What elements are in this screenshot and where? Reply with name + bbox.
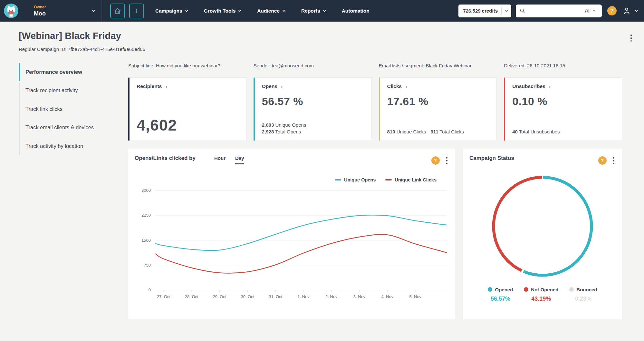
- credits-dropdown[interactable]: 726,529 credits: [458, 5, 511, 17]
- legend-dot: [488, 287, 492, 292]
- cow-nostril: [12, 13, 13, 13]
- help-button[interactable]: ?: [598, 156, 607, 165]
- menu-item-campaigns[interactable]: Campaigns: [155, 8, 187, 14]
- legend-dash: [335, 179, 341, 180]
- top-navbar: Owner Moo + Campaigns Growth Tools Audie…: [0, 0, 644, 22]
- subject-line: Subject line: How did you like our webin…: [128, 63, 246, 68]
- search-input[interactable]: [528, 8, 585, 14]
- svg-text:3. Nov: 3. Nov: [353, 294, 366, 299]
- menu-item-audience[interactable]: Audience: [257, 8, 284, 14]
- tab-day[interactable]: Day: [235, 155, 244, 164]
- svg-text:3000: 3000: [141, 188, 151, 193]
- page-title: [Webinar] Black Friday: [19, 31, 625, 41]
- opens-card-link[interactable]: Opens ›: [262, 83, 364, 89]
- opens-stats: 2,603 Unique Opens 2,928 Total Opens: [262, 122, 364, 136]
- svg-text:4. Nov: 4. Nov: [381, 294, 394, 299]
- legend-dot: [569, 287, 574, 292]
- credits-count: 726,529 credits: [463, 8, 498, 14]
- create-new-button[interactable]: +: [129, 4, 144, 18]
- menu-item-reports[interactable]: Reports: [301, 8, 325, 14]
- chevron-down-icon: [238, 9, 241, 12]
- menu-item-automation[interactable]: Automation: [342, 8, 370, 14]
- legend-label: Unique Link Clicks: [395, 177, 437, 182]
- question-mark-icon: ?: [434, 158, 437, 163]
- sidebar-item-track-recipient-activity[interactable]: Track recipient activity: [19, 81, 110, 100]
- chevron-down-icon: [505, 9, 508, 12]
- search-icon: [520, 8, 525, 14]
- cow-eye: [9, 10, 10, 11]
- page-actions-kebab-icon[interactable]: [629, 33, 633, 44]
- panel-kebab-icon[interactable]: [445, 155, 449, 166]
- legend-label: Opened: [495, 287, 513, 292]
- legend-unique-opens[interactable]: Unique Opens: [335, 177, 376, 182]
- account-avatar-cow-icon[interactable]: [4, 4, 18, 18]
- global-search: All: [516, 5, 602, 17]
- menu-label: Growth Tools: [204, 8, 236, 14]
- card-title: Unsubscribes: [512, 83, 545, 89]
- legend-label: Bounced: [576, 287, 597, 292]
- unsubscribes-card-link[interactable]: Unsubscribes ›: [512, 83, 615, 89]
- sidebar-item-track-link-clicks[interactable]: Track link clicks: [19, 100, 110, 118]
- svg-text:1. Nov: 1. Nov: [297, 294, 310, 299]
- search-scope-dropdown[interactable]: All: [585, 8, 595, 14]
- interval-tabs: Hour Day: [214, 155, 244, 164]
- sidebar-item-performance-overview[interactable]: Performance overview: [19, 63, 110, 81]
- legend-bounced[interactable]: Bounced 0.23%: [569, 287, 597, 302]
- user-icon: [622, 6, 631, 15]
- svg-text:2250: 2250: [141, 213, 151, 218]
- menu-label: Automation: [342, 8, 370, 14]
- delivered-date: Delivered: 26-10-2021 18:15: [504, 63, 622, 68]
- legend-unique-link-clicks[interactable]: Unique Link Clicks: [385, 177, 437, 182]
- svg-text:2. Nov: 2. Nov: [325, 294, 338, 299]
- legend-dash: [385, 179, 392, 180]
- panel-kebab-icon[interactable]: [612, 155, 616, 166]
- email-lists-segment: Email lists / segment: Black Friday Webi…: [379, 63, 497, 68]
- svg-text:29. Oct: 29. Oct: [213, 294, 226, 299]
- svg-text:5. Nov: 5. Nov: [409, 294, 421, 299]
- help-button[interactable]: ?: [607, 6, 617, 15]
- home-button[interactable]: [110, 4, 125, 18]
- menu-label: Audience: [257, 8, 280, 14]
- legend-label: Unique Opens: [344, 177, 376, 182]
- recipients-value: 4,602: [137, 116, 239, 134]
- unsubscribes-stats: 40 Total Unsubscribes: [512, 128, 615, 135]
- legend-not-opened[interactable]: Not Opened 43.19%: [524, 287, 558, 302]
- opens-card: Opens › 56.57 % 2,603 Unique Opens 2,928…: [254, 77, 372, 141]
- donut-legend: Opened 56.57% Not Opened 43.19%: [469, 287, 616, 302]
- credits-divider: [501, 7, 502, 15]
- legend-opened[interactable]: Opened 56.57%: [488, 287, 513, 302]
- sidebar-item-track-activity-by-location[interactable]: Track activity by location: [19, 137, 110, 155]
- legend-percent: 0.23%: [569, 296, 597, 302]
- help-button[interactable]: ?: [431, 156, 440, 165]
- user-menu[interactable]: [622, 6, 637, 15]
- menu-label: Reports: [301, 8, 320, 14]
- sidebar-item-track-email-clients[interactable]: Track email clients & devices: [19, 118, 110, 137]
- sender: Sender: tea@moosend.com: [254, 63, 372, 68]
- chevron-down-icon: [185, 9, 188, 12]
- cow-nostril: [10, 13, 10, 13]
- cow-eye: [12, 10, 13, 11]
- menu-item-growth-tools[interactable]: Growth Tools: [204, 8, 241, 14]
- account-switcher[interactable]: Owner Moo: [34, 5, 94, 17]
- chevron-down-icon: [635, 9, 638, 12]
- main-menu: Campaigns Growth Tools Audience Reports …: [155, 8, 386, 14]
- campaign-status-panel: Campaign Status ? Opened: [463, 149, 622, 319]
- legend-dot: [524, 287, 528, 292]
- card-title: Recipients: [137, 83, 162, 89]
- unsubscribes-card: Unsubscribes › 0.10 % 40 Total Unsubscri…: [504, 77, 622, 141]
- clicks-card-link[interactable]: Clicks ›: [387, 83, 490, 89]
- legend-label: Not Opened: [531, 287, 558, 292]
- chevron-right-icon: ›: [281, 84, 283, 89]
- opens-links-line-chart: 075015002250300027. Oct28. Oct29. Oct30.…: [135, 184, 448, 306]
- svg-text:30. Oct: 30. Oct: [241, 294, 254, 299]
- clicks-rate: 17.61 %: [387, 95, 490, 108]
- navbar-right: 726,529 credits All ?: [458, 5, 637, 17]
- envelope-icon: [9, 14, 13, 17]
- recipients-card-link[interactable]: Recipients ›: [137, 83, 239, 89]
- tab-hour[interactable]: Hour: [214, 155, 226, 164]
- recipients-card: Recipients › 4,602: [128, 77, 246, 141]
- navbar-divider: [101, 0, 102, 22]
- unsubscribes-rate: 0.10 %: [512, 95, 615, 108]
- legend-percent: 43.19%: [524, 296, 558, 302]
- panel-title: Opens/Links clicked by: [135, 155, 196, 161]
